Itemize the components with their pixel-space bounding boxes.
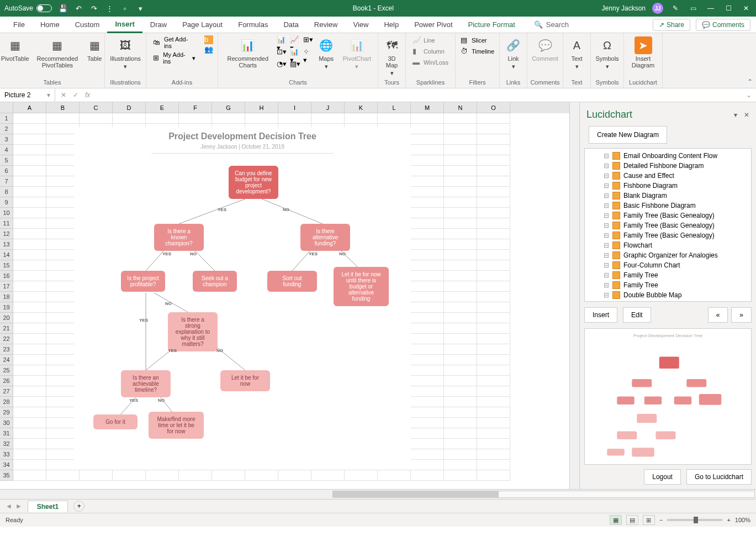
my-addins-button[interactable]: ⊞My Add-ins▾ [151, 51, 198, 65]
name-box[interactable]: Picture 2▾ [0, 88, 55, 102]
undo-icon[interactable]: ↶ [74, 4, 83, 13]
tree-item[interactable]: ⊟Graphic Organizer for Analogies [587, 250, 749, 260]
view-layout-icon[interactable]: ▤ [626, 515, 638, 525]
bar-chart-icon[interactable]: 📊▾ [277, 35, 286, 44]
tree-item[interactable]: ⊟Email Onboarding Content Flow [587, 151, 749, 161]
tab-picture-format[interactable]: Picture Format [461, 17, 523, 33]
comments-button[interactable]: 💬Comments [696, 19, 750, 31]
maximize-icon[interactable]: ☐ [723, 3, 734, 14]
lucid-next-button[interactable]: » [731, 307, 752, 323]
tree-item[interactable]: ⊟Family Tree (Basic Genealogy) [587, 230, 749, 240]
fx-icon[interactable]: fx [85, 91, 90, 99]
tree-item[interactable]: ⊟Double Bubble Map [587, 290, 749, 300]
vertical-scrollbar[interactable] [569, 102, 579, 489]
spark-column-button[interactable]: ▮Column [410, 46, 451, 56]
zoom-level[interactable]: 100% [735, 517, 750, 523]
tree-item[interactable]: ⊟Cause and Effect [587, 171, 749, 181]
tree-item[interactable]: ⊟Basic Fishbone Diagram [587, 201, 749, 211]
zoom-out-button[interactable]: − [659, 517, 663, 523]
line-chart-icon[interactable]: 📈▾ [290, 35, 299, 44]
tab-power-pivot[interactable]: Power Pivot [406, 17, 460, 33]
pivotchart-button[interactable]: 📊PivotChart▾ [341, 35, 373, 71]
tree-item[interactable]: ⊟Family Tree [587, 280, 749, 290]
tab-home[interactable]: Home [33, 17, 67, 33]
view-normal-icon[interactable]: ▦ [610, 515, 622, 525]
tab-view[interactable]: View [345, 17, 376, 33]
row-headers[interactable]: 1234567891011121314151617181920212223242… [0, 113, 13, 481]
cells-grid[interactable]: Project Development Decision Tree Jenny … [13, 113, 569, 489]
text-button[interactable]: AText▾ [566, 35, 588, 71]
tab-file[interactable]: File [6, 17, 33, 33]
close-icon[interactable]: ✕ [741, 3, 752, 14]
recommended-pivot-button[interactable]: ▦Recommended PivotTables [35, 35, 81, 70]
lucid-goto-button[interactable]: Go to Lucidchart [686, 469, 752, 485]
tab-prev-icon[interactable]: ◄ [6, 502, 12, 510]
panel-menu-icon[interactable]: ▾ [734, 111, 737, 119]
tree-item[interactable]: ⊟Fishbone Diagram [587, 181, 749, 191]
enter-formula-icon[interactable]: ✓ [73, 91, 78, 99]
slicer-button[interactable]: ▤Slicer [458, 35, 496, 45]
spark-line-button[interactable]: 📈Line [410, 35, 451, 45]
view-break-icon[interactable]: ⊞ [643, 515, 655, 525]
3d-map-button[interactable]: 🗺3D Map▾ [381, 35, 403, 78]
save-icon[interactable]: 💾 [59, 4, 67, 13]
link-button[interactable]: 🔗Link▾ [503, 35, 525, 71]
bing-icon[interactable]: b [204, 35, 213, 44]
tree-item[interactable]: ⊟Family Tree [587, 270, 749, 280]
lucid-prev-button[interactable]: « [708, 307, 728, 323]
tree-item[interactable]: ⊟Four-Column Chart [587, 260, 749, 270]
qat-more-icon[interactable]: ▾ [136, 4, 145, 13]
tree-item[interactable]: ⊟Family Tree (Basic Genealogy) [587, 220, 749, 230]
pen-icon[interactable]: ✎ [670, 3, 681, 14]
tab-insert[interactable]: Insert [107, 17, 142, 33]
redo-icon[interactable]: ↷ [89, 4, 98, 13]
diagram-tree[interactable]: ⊟Email Onboarding Content Flow⊟Detailed … [584, 148, 752, 302]
stat-chart-icon[interactable]: 📊▾ [290, 48, 299, 56]
timeline-button[interactable]: ⏱Timeline [458, 46, 496, 56]
comment-button[interactable]: 💬Comment [530, 35, 561, 63]
get-addins-button[interactable]: 🛍Get Add-ins [151, 35, 198, 50]
zoom-slider[interactable] [667, 519, 722, 521]
pivottable-button[interactable]: ▦PivotTable [0, 35, 31, 63]
horizontal-scrollbar[interactable] [0, 489, 756, 499]
lucid-logout-button[interactable]: Logout [644, 469, 681, 485]
user-name[interactable]: Jenny Jackson [602, 4, 646, 12]
tree-item[interactable]: ⊟Blank Diagram [587, 191, 749, 201]
qat-icon[interactable]: ⋮ [105, 4, 114, 13]
inserted-diagram[interactable]: Project Development Decision Tree Jenny … [74, 127, 411, 470]
create-diagram-button[interactable]: Create New Diagram [589, 126, 667, 144]
ribbon-mode-icon[interactable]: ▭ [688, 3, 699, 14]
user-avatar[interactable]: JJ [652, 3, 663, 14]
tab-formulas[interactable]: Formulas [230, 17, 276, 33]
insert-diagram-button[interactable]: ➤Insert Diagram [628, 35, 658, 70]
select-all-corner[interactable] [0, 102, 13, 113]
tab-custom[interactable]: Custom [67, 17, 108, 33]
search-box[interactable]: 🔍 Search [534, 20, 569, 29]
surface-icon[interactable]: ▨▾ [290, 60, 299, 69]
qat-icon[interactable]: ▫ [120, 4, 129, 13]
panel-close-icon[interactable]: ✕ [744, 111, 749, 119]
tab-page-layout[interactable]: Page Layout [175, 17, 230, 33]
autosave-toggle[interactable]: AutoSave [4, 4, 52, 12]
add-sheet-button[interactable]: + [73, 501, 84, 512]
spark-winloss-button[interactable]: ▬Win/Loss [410, 57, 451, 67]
tab-next-icon[interactable]: ► [15, 502, 22, 510]
illustrations-button[interactable]: 🖼Illustrations▾ [108, 35, 143, 71]
hier-chart-icon[interactable]: ⊡▾ [277, 48, 286, 56]
share-button[interactable]: ↗Share [653, 19, 690, 31]
tab-draw[interactable]: Draw [142, 17, 175, 33]
tree-item[interactable]: ⊟Flowchart [587, 240, 749, 250]
tree-item[interactable]: ⊟Family Tree (Basic Genealogy) [587, 211, 749, 220]
combo-chart-icon[interactable]: ⊞▾ [303, 35, 312, 44]
tree-item[interactable]: ⊟Detailed Fishbone Diagram [587, 161, 749, 171]
people-icon[interactable]: 👥 [204, 45, 213, 54]
scatter-icon[interactable]: ⁘▾ [303, 48, 312, 56]
tab-review[interactable]: Review [306, 17, 346, 33]
rec-charts-button[interactable]: 📊Recommended Charts [223, 35, 273, 70]
minimize-icon[interactable]: — [705, 3, 716, 14]
column-headers[interactable]: ABCDEFGHIJKLMNO [13, 102, 569, 113]
lucid-edit-button[interactable]: Edit [623, 307, 651, 323]
expand-formula-icon[interactable]: ⌄ [742, 91, 756, 99]
tab-data[interactable]: Data [276, 17, 306, 33]
tab-help[interactable]: Help [376, 17, 406, 33]
